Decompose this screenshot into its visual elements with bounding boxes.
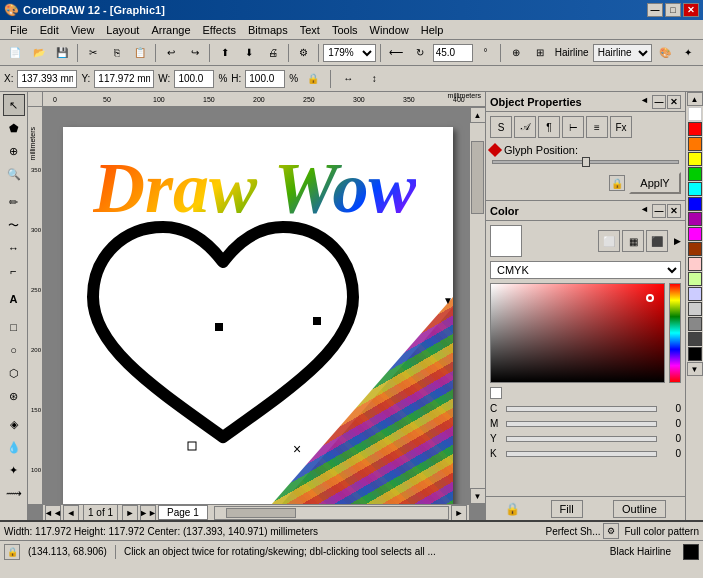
wizard-btn[interactable]: ✦ bbox=[677, 42, 699, 64]
smart-draw-tool[interactable]: 〜 bbox=[3, 214, 25, 236]
color-checkbox[interactable] bbox=[490, 387, 502, 399]
open-btn[interactable]: 📂 bbox=[28, 42, 50, 64]
x-coord-input[interactable] bbox=[17, 70, 77, 88]
op-icon-bullet[interactable]: ≡ bbox=[586, 116, 608, 138]
vertical-scrollbar[interactable]: ▲ ▼ bbox=[469, 107, 485, 504]
color-expand-arrow[interactable]: ▶ bbox=[674, 236, 681, 246]
save-btn[interactable]: 💾 bbox=[51, 42, 73, 64]
page-tab[interactable]: Page 1 bbox=[158, 505, 208, 520]
ellipse-tool[interactable]: ○ bbox=[3, 339, 25, 361]
palette-gray[interactable] bbox=[688, 317, 702, 331]
menu-arrange[interactable]: Arrange bbox=[145, 22, 196, 38]
menu-file[interactable]: File bbox=[4, 22, 34, 38]
outline-tool[interactable]: ✦ bbox=[3, 459, 25, 481]
palette-brown[interactable] bbox=[688, 242, 702, 256]
export-btn[interactable]: ⬇ bbox=[238, 42, 260, 64]
palette-magenta[interactable] bbox=[688, 227, 702, 241]
nudge-angle-input[interactable] bbox=[433, 44, 473, 62]
rectangle-tool[interactable]: □ bbox=[3, 316, 25, 338]
color-mgr-btn[interactable]: 🎨 bbox=[654, 42, 676, 64]
outline-button[interactable]: Outline bbox=[613, 500, 666, 518]
new-btn[interactable]: 📄 bbox=[4, 42, 26, 64]
palette-blue[interactable] bbox=[688, 197, 702, 211]
page-nav-bar[interactable]: ◄◄ ◄ 1 of 1 ► ►► Page 1 ► bbox=[43, 505, 469, 520]
palette-scroll-down[interactable]: ▼ bbox=[687, 362, 703, 376]
y-track[interactable] bbox=[506, 436, 657, 442]
color-preview-box[interactable] bbox=[490, 225, 522, 257]
palette-light-green[interactable] bbox=[688, 272, 702, 286]
op-icon-effects[interactable]: Fx bbox=[610, 116, 632, 138]
palette-light-pink[interactable] bbox=[688, 257, 702, 271]
width-input[interactable] bbox=[174, 70, 214, 88]
menu-help[interactable]: Help bbox=[415, 22, 450, 38]
canvas-area[interactable]: Draw Wow × bbox=[43, 107, 469, 504]
color-option-3[interactable]: ⬛ bbox=[646, 230, 668, 252]
glyph-lock-icon[interactable]: 🔒 bbox=[609, 175, 625, 191]
close-button[interactable]: ✕ bbox=[683, 3, 699, 17]
paste-btn[interactable]: 📋 bbox=[129, 42, 151, 64]
color-panel-close[interactable]: ✕ bbox=[667, 204, 681, 218]
lock-ratio-btn[interactable]: 🔒 bbox=[302, 68, 324, 90]
palette-dark-gray[interactable] bbox=[688, 332, 702, 346]
freehand-tool[interactable]: ✏ bbox=[3, 191, 25, 213]
obj-props-close[interactable]: ✕ bbox=[667, 95, 681, 109]
maximize-button[interactable]: □ bbox=[665, 3, 681, 17]
k-track[interactable] bbox=[506, 451, 657, 457]
color-option-2[interactable]: ▦ bbox=[622, 230, 644, 252]
spiral-tool[interactable]: ⊛ bbox=[3, 385, 25, 407]
connector-tool[interactable]: ⌐ bbox=[3, 260, 25, 282]
palette-light-blue[interactable] bbox=[688, 287, 702, 301]
snap2-btn[interactable]: ⊞ bbox=[529, 42, 551, 64]
color-option-1[interactable]: ⬜ bbox=[598, 230, 620, 252]
palette-purple[interactable] bbox=[688, 212, 702, 226]
menu-tools[interactable]: Tools bbox=[326, 22, 364, 38]
shape-tool[interactable]: ⬟ bbox=[3, 117, 25, 139]
palette-yellow[interactable] bbox=[688, 152, 702, 166]
op-icon-tabs[interactable]: ⊢ bbox=[562, 116, 584, 138]
scroll-right-btn[interactable]: ► bbox=[451, 505, 467, 521]
cut-btn[interactable]: ✂ bbox=[82, 42, 104, 64]
line-style-select[interactable]: Hairline bbox=[593, 44, 652, 62]
palette-cyan[interactable] bbox=[688, 182, 702, 196]
color-panel-minimize[interactable]: — bbox=[652, 204, 666, 218]
palette-orange[interactable] bbox=[688, 137, 702, 151]
op-icon-char[interactable]: 𝒜 bbox=[514, 116, 536, 138]
palette-black[interactable] bbox=[688, 347, 702, 361]
import-btn[interactable]: ⬆ bbox=[214, 42, 236, 64]
menu-window[interactable]: Window bbox=[364, 22, 415, 38]
fill-button[interactable]: Fill bbox=[551, 500, 583, 518]
menu-text[interactable]: Text bbox=[294, 22, 326, 38]
color-hue-strip[interactable] bbox=[669, 283, 681, 383]
dimension-tool[interactable]: ↔ bbox=[3, 237, 25, 259]
nudge-left[interactable]: ⟵ bbox=[385, 42, 407, 64]
obj-props-minimize[interactable]: — bbox=[652, 95, 666, 109]
prev-page-btn[interactable]: ◄ bbox=[63, 505, 79, 521]
eyedropper-tool[interactable]: 💧 bbox=[3, 436, 25, 458]
options-btn[interactable]: ⚙ bbox=[293, 42, 315, 64]
color-panel-expand[interactable]: ◄ bbox=[638, 204, 651, 218]
scroll-up-btn[interactable]: ▲ bbox=[470, 107, 486, 123]
height-input[interactable] bbox=[245, 70, 285, 88]
c-track[interactable] bbox=[506, 406, 657, 412]
glyph-slider-thumb[interactable] bbox=[582, 157, 590, 167]
color-saturation-field[interactable] bbox=[490, 283, 665, 383]
color-model-select[interactable]: CMYK RGB HSL bbox=[490, 261, 681, 279]
palette-light-gray[interactable] bbox=[688, 302, 702, 316]
palette-scroll-up[interactable]: ▲ bbox=[687, 92, 703, 106]
scroll-down-btn[interactable]: ▼ bbox=[470, 488, 486, 504]
next-page-btn[interactable]: ► bbox=[122, 505, 138, 521]
zoom-tool[interactable]: 🔍 bbox=[3, 163, 25, 185]
flip-h-btn[interactable]: ↔ bbox=[337, 68, 359, 90]
palette-white[interactable] bbox=[688, 107, 702, 121]
undo-btn[interactable]: ↩ bbox=[160, 42, 182, 64]
y-coord-input[interactable] bbox=[94, 70, 154, 88]
selector-tool[interactable]: ↖ bbox=[3, 94, 25, 116]
palette-red[interactable] bbox=[688, 122, 702, 136]
first-page-btn[interactable]: ◄◄ bbox=[45, 505, 61, 521]
palette-green[interactable] bbox=[688, 167, 702, 181]
zoom-select[interactable]: 179% 100% 75% 50% bbox=[323, 44, 376, 62]
last-page-btn[interactable]: ►► bbox=[140, 505, 156, 521]
flip-v-btn[interactable]: ↕ bbox=[363, 68, 385, 90]
h-scroll-thumb[interactable] bbox=[226, 508, 296, 518]
copy-btn[interactable]: ⎘ bbox=[106, 42, 128, 64]
